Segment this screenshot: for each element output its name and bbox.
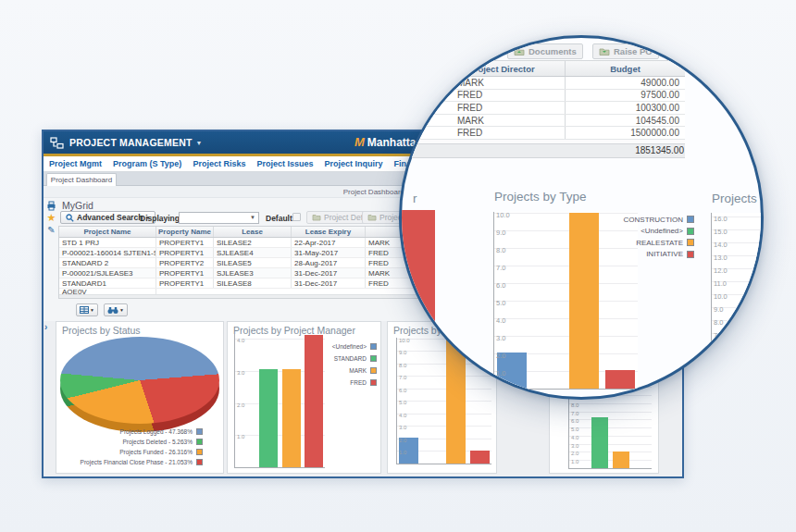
panel-title: MyGrid — [62, 200, 93, 211]
tick-label: 15.0 — [714, 229, 728, 236]
magnified-table-row: MARK104545.00 — [399, 115, 685, 128]
table-cell: 31-Dec-2017 — [292, 278, 366, 288]
tick-label: 5.0 — [714, 357, 723, 365]
legend-item-undefined: <Undefined> — [332, 340, 377, 353]
legend-label: FRED — [350, 379, 367, 386]
chevron-down-icon: ▼ — [250, 215, 255, 220]
gridline — [712, 333, 764, 334]
legend-swatch — [687, 216, 694, 223]
table-cell: 28-Aug-2017 — [292, 258, 366, 267]
gridline — [494, 266, 638, 266]
gridline — [569, 436, 652, 437]
chevron-down-icon: ▼ — [119, 307, 124, 313]
gridline — [397, 414, 491, 414]
app-logo-icon — [50, 137, 64, 149]
tick-label: 3.0 — [399, 425, 406, 430]
magnified-table-row: FRED97500.00 — [399, 90, 685, 103]
gridline — [397, 401, 491, 402]
default-checkbox[interactable] — [292, 213, 301, 221]
magnified-chart-legend: CONSTRUCTION<Undefined>REALESTATEINITIAT… — [624, 214, 694, 260]
gridline — [494, 283, 638, 284]
table-cell: SJLEASE4 — [214, 248, 292, 257]
legend-label: REALESTATE — [636, 239, 683, 247]
column-header-property-name: Property Name — [156, 227, 214, 237]
legend-item-projects-deleted-5-263: Projects Deleted - 5.263% — [122, 437, 203, 447]
bar-x — [591, 417, 608, 468]
tick-label: 6.0 — [714, 344, 723, 352]
tick-label: 14.0 — [714, 241, 728, 249]
grid-icon — [80, 306, 89, 314]
table-cell: PROPERTY1 — [156, 238, 214, 247]
legend-swatch — [687, 239, 694, 246]
raise-po-button: Raise PO — [592, 43, 659, 59]
gridline — [712, 345, 764, 346]
tick-label: 8.0 — [496, 247, 505, 254]
table-cell: SJLEASE3 — [214, 268, 292, 278]
collapse-panel-arrow[interactable]: › — [44, 322, 47, 332]
budget-cell: 97500.00 — [566, 90, 685, 102]
budget-total-row: 1851345.00 — [399, 143, 685, 158]
tick-label: 3.0 — [237, 370, 244, 376]
table-cell: 31-Dec-2017 — [292, 268, 366, 278]
tick-label: 7.0 — [714, 332, 723, 340]
tab-project-dashboard[interactable]: Project Dashboard — [46, 173, 117, 186]
binoculars-icon — [107, 306, 118, 315]
director-cell: MARK — [399, 77, 566, 89]
tick-label: 1.0 — [237, 434, 244, 439]
legend-label: STANDARD — [334, 355, 367, 362]
legend-item-fred: FRED — [350, 377, 377, 389]
find-button[interactable]: ▼ — [104, 303, 128, 316]
legend-label: Projects Financial Close Phase - 21.053% — [81, 459, 193, 465]
gridline — [569, 419, 652, 420]
magnifier-circle: Documents Raise PO Project DirectorBudge… — [399, 35, 764, 400]
gridline — [712, 397, 764, 398]
tick-label: 1.0 — [399, 450, 406, 455]
folder-icon — [514, 47, 525, 56]
legend-swatch — [196, 449, 203, 455]
legend-swatch — [370, 379, 377, 386]
screenshot-stage: PROJECT MANAGEMENT ▼ M Manhattan Project… — [0, 0, 796, 532]
manhattan-m-icon: M — [354, 135, 365, 149]
partial-chart-title: r — [413, 192, 417, 205]
tick-label: 12.0 — [714, 267, 728, 275]
displaying-dropdown[interactable]: ▼ — [179, 212, 259, 224]
legend-swatch — [196, 439, 203, 445]
director-cell: MARK — [399, 115, 566, 127]
magnified-table-row: MARK49000.00 — [399, 77, 685, 90]
tick-label: 4.0 — [237, 338, 244, 343]
gridline — [494, 318, 638, 319]
legend-item-construction: CONSTRUCTION — [624, 214, 694, 226]
tick-label: 8.0 — [714, 319, 723, 327]
menu-item-program-s-type[interactable]: Program (S Type) — [113, 159, 181, 168]
tick-label: 4.0 — [714, 370, 723, 377]
legend-swatch — [687, 251, 694, 258]
menu-item-project-inquiry[interactable]: Project Inquiry — [324, 159, 382, 168]
tick-label: 2.0 — [714, 396, 723, 400]
tick-label: 4.0 — [571, 435, 578, 440]
tick-label: 6.0 — [571, 418, 578, 424]
director-cell: FRED — [399, 127, 566, 139]
tick-label: 4.0 — [399, 413, 406, 418]
chevron-down-icon[interactable]: ▼ — [196, 140, 203, 146]
magnified-table: Project DirectorBudgetMARK49000.00FRED97… — [399, 60, 685, 158]
chart-title: Projects by Status — [62, 325, 141, 336]
pie-legend: Projects Logged - 47.368%Projects Delete… — [81, 427, 203, 467]
column-header-project-name: Project Name — [59, 227, 156, 237]
gridline — [494, 213, 638, 214]
menu-item-project-issues[interactable]: Project Issues — [256, 159, 313, 168]
budget-cell: 104545.00 — [566, 115, 685, 127]
tick-label: 2.0 — [571, 451, 578, 456]
legend-swatch — [196, 428, 203, 435]
legend-item-undefined: <Undefined> — [641, 226, 694, 238]
legend-swatch — [370, 343, 377, 350]
app-title: PROJECT MANAGEMENT — [69, 137, 193, 148]
bar-plot: 1.02.03.04.0 — [234, 334, 325, 468]
tick-label: 5.0 — [496, 300, 505, 307]
gridline — [569, 412, 652, 413]
column-header-lease: Lease — [214, 227, 292, 237]
budget-cell: 1500000.00 — [566, 127, 685, 139]
grid-view-button[interactable]: ▼ — [76, 303, 98, 316]
menu-item-project-risks[interactable]: Project Risks — [193, 159, 245, 168]
table-cell: SILEASE2 — [214, 238, 292, 247]
menu-item-project-mgmt[interactable]: Project Mgmt — [49, 159, 102, 168]
